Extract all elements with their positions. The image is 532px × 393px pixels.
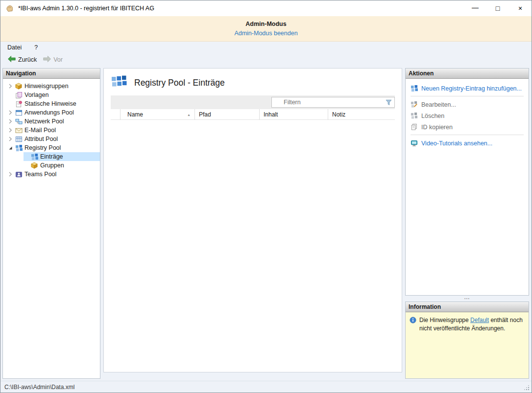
nav-item-label: Registry Pool (24, 144, 61, 151)
admin-mode-banner: Admin-Modus Admin-Modus beenden (0, 16, 532, 42)
information-panel: Information Die Hinweisgruppe Default en… (405, 301, 529, 379)
nav-item-label: Statische Hinweise (24, 100, 76, 107)
navigation-tree: Hinweisgruppen Vorlagen (3, 79, 100, 179)
email-pool-icon (15, 126, 23, 134)
attribute-pool-icon (15, 135, 23, 143)
chevron-right-icon[interactable] (7, 127, 14, 134)
menu-datei[interactable]: Datei (7, 44, 22, 51)
application-pool-icon (15, 109, 23, 116)
delete-action[interactable]: Löschen (406, 110, 529, 121)
chevron-right-icon[interactable] (7, 83, 14, 90)
registry-entries-icon (30, 153, 38, 161)
network-pool-icon (15, 117, 23, 125)
forward-label: Vor (53, 56, 63, 63)
title-bar: *IBI-aws Admin 1.30.0 - registriert für … (0, 0, 532, 16)
registry-entries-header-icon (111, 75, 127, 91)
add-registry-entry-action[interactable]: Neuen Registry-Eintrag hinzufügen... (406, 83, 529, 94)
nav-item-label: Vorlagen (24, 92, 48, 98)
action-label: ID kopieren (421, 124, 453, 131)
maximize-button[interactable]: □ (486, 0, 509, 16)
nav-item-label: Attribut Pool (24, 136, 58, 142)
chevron-right-icon[interactable] (7, 109, 14, 116)
filter-bar (111, 95, 395, 109)
back-label: Zurück (18, 56, 37, 63)
chevron-right-icon[interactable] (7, 136, 14, 142)
main-header: Registry Pool - Einträge (104, 69, 402, 95)
copy-id-icon (411, 123, 418, 131)
app-window: { "window": { "title": "*IBI-aws Admin 1… (0, 0, 532, 393)
copy-id-action[interactable]: ID kopieren (406, 121, 529, 133)
nav-item-label: Teams Pool (24, 171, 56, 178)
info-text-before: Die Hinweisgruppe (419, 317, 470, 324)
close-button[interactable]: × (509, 0, 532, 16)
menu-bar: Datei ? (0, 42, 532, 53)
nav-item-netzwerk-pool[interactable]: Netzwerk Pool (3, 117, 100, 126)
menu-help[interactable]: ? (34, 44, 38, 51)
nav-item-vorlagen[interactable]: Vorlagen (3, 91, 100, 99)
navigation-header: Navigation (3, 69, 100, 79)
splitter-dots-icon: … (464, 294, 470, 301)
right-column: Aktionen Neuen Registry-Eintrag hinzufüg… (405, 68, 529, 379)
nav-item-attribut-pool[interactable]: Attribut Pool (3, 135, 100, 143)
nav-item-label: Gruppen (40, 162, 64, 169)
notice-groups-icon (15, 82, 23, 90)
panel-splitter[interactable]: … (405, 296, 529, 301)
templates-icon (15, 91, 23, 99)
minimize-button[interactable]: — (464, 0, 486, 16)
column-header-inhalt[interactable]: Inhalt (260, 109, 328, 120)
default-group-link[interactable]: Default (470, 317, 489, 324)
actions-separator (411, 135, 524, 135)
forward-button[interactable]: Vor (40, 54, 66, 65)
column-label: Name (127, 111, 143, 118)
nav-item-hinweisgruppen[interactable]: Hinweisgruppen (3, 82, 100, 91)
information-header: Information (406, 302, 529, 312)
main-content-panel: Registry Pool - Einträge Name ▲ Pfad Inh… (103, 68, 402, 372)
navigation-panel: Navigation Hinweisgruppen (2, 68, 100, 379)
chevron-right-icon[interactable] (7, 171, 14, 178)
static-notices-icon (15, 100, 23, 108)
action-label: Video-Tutorials ansehen... (421, 140, 492, 147)
nav-item-label: E-Mail Pool (24, 127, 56, 134)
nav-item-label: Einträge (40, 153, 63, 160)
back-button[interactable]: Zurück (4, 54, 40, 65)
status-bar: C:\IBI-aws\Admin\Data.xml (0, 381, 532, 393)
chevron-expanded-icon[interactable] (7, 144, 14, 151)
app-icon (5, 4, 14, 13)
column-label: Inhalt (264, 111, 278, 118)
action-label: Löschen (421, 113, 444, 119)
back-arrow-icon (7, 55, 16, 64)
nav-item-label: Hinweisgruppen (24, 83, 69, 90)
nav-item-label: Anwendungs Pool (24, 109, 74, 116)
chevron-right-icon[interactable] (7, 118, 14, 125)
nav-item-label: Netzwerk Pool (24, 118, 64, 125)
nav-item-registry-pool[interactable]: Registry Pool (3, 143, 100, 152)
edit-action[interactable]: Bearbeiten... (406, 99, 529, 110)
admin-mode-title: Admin-Modus (0, 21, 532, 27)
admin-mode-end-link[interactable]: Admin-Modus beenden (234, 30, 297, 37)
actions-header: Aktionen (406, 69, 529, 79)
action-label: Bearbeiten... (421, 101, 456, 108)
entries-table: Name ▲ Pfad Inhalt Notiz (111, 109, 395, 355)
actions-panel: Aktionen Neuen Registry-Eintrag hinzufüg… (405, 68, 529, 296)
nav-item-statische-hinweise[interactable]: Statische Hinweise (3, 99, 100, 108)
info-icon (410, 317, 416, 326)
edit-icon (411, 101, 418, 108)
sort-ascending-icon: ▲ (187, 113, 191, 116)
column-header-name[interactable]: Name ▲ (121, 109, 195, 120)
video-tutorials-action[interactable]: Video-Tutorials ansehen... (406, 138, 529, 149)
column-header-pfad[interactable]: Pfad (195, 109, 260, 120)
information-body: Die Hinweisgruppe Default enthält noch n… (406, 312, 529, 378)
add-registry-entry-icon (411, 85, 418, 92)
nav-item-email-pool[interactable]: E-Mail Pool (3, 126, 100, 135)
page-title: Registry Pool - Einträge (134, 78, 225, 88)
resize-grip[interactable] (524, 385, 530, 391)
nav-item-anwendungs-pool[interactable]: Anwendungs Pool (3, 108, 100, 117)
actions-separator (411, 96, 524, 96)
navigation-toolbar: Zurück Vor (0, 53, 532, 66)
nav-item-gruppen[interactable]: Gruppen (24, 161, 100, 170)
filter-funnel-icon[interactable] (386, 99, 392, 107)
nav-item-teams-pool[interactable]: Teams Pool (3, 170, 100, 179)
filter-input[interactable] (272, 97, 394, 107)
column-header-notiz[interactable]: Notiz (328, 109, 395, 120)
nav-item-eintraege[interactable]: Einträge (24, 152, 100, 161)
